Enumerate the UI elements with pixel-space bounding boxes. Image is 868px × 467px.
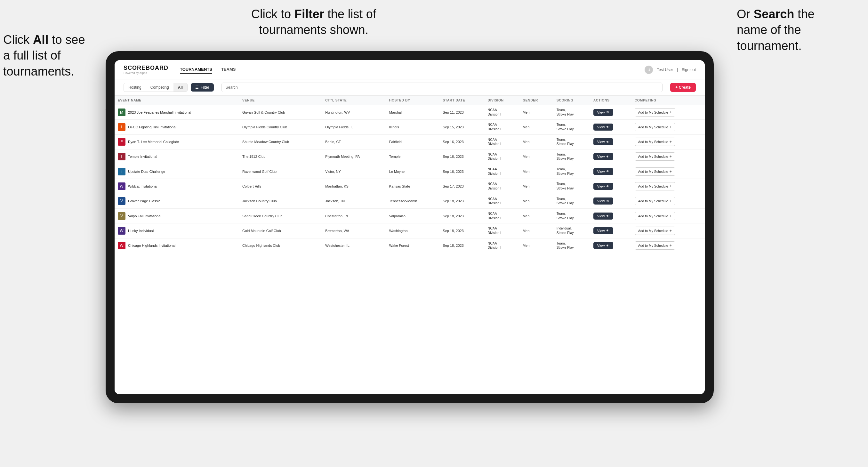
actions-cell: View 👁: [590, 223, 631, 238]
scoring-cell: Team,Stroke Play: [553, 208, 590, 223]
hosted-by-cell: Illinois: [386, 120, 440, 134]
filter-icon-button[interactable]: ☰ Filter: [191, 83, 214, 92]
view-button[interactable]: View 👁: [593, 138, 614, 145]
add-schedule-button[interactable]: Add to My Schedule +: [635, 152, 675, 161]
plus-icon: +: [670, 199, 672, 203]
city-state-cell: Berlin, CT: [322, 134, 386, 149]
view-button[interactable]: View 👁: [593, 197, 614, 205]
actions-cell: View 👁: [590, 164, 631, 179]
hosted-by-cell: Temple: [386, 149, 440, 164]
app-header: SCOREBOARD Powered by clippd TOURNAMENTS…: [115, 60, 705, 80]
city-state-cell: Victor, NY: [322, 164, 386, 179]
hosted-by-cell: Valparaiso: [386, 208, 440, 223]
event-name: Chicago Highlands Invitational: [128, 244, 176, 247]
plus-icon: +: [670, 169, 672, 174]
actions-cell: View 👁: [590, 194, 631, 208]
logo-sub: Powered by clippd: [124, 71, 168, 74]
plus-icon: +: [670, 110, 672, 115]
competing-cell: Add to My Schedule +: [631, 120, 705, 134]
competing-cell: Add to My Schedule +: [631, 179, 705, 194]
gender-cell: Men: [520, 238, 553, 253]
view-button[interactable]: View 👁: [593, 213, 614, 220]
eye-icon: 👁: [606, 199, 610, 203]
col-scoring: SCORING: [553, 96, 590, 105]
event-name-cell: T Temple Invitational: [115, 149, 239, 164]
add-schedule-button[interactable]: Add to My Schedule +: [635, 108, 675, 117]
team-logo: ↑: [118, 168, 125, 176]
view-button[interactable]: View 👁: [593, 153, 614, 160]
add-schedule-button[interactable]: Add to My Schedule +: [635, 241, 675, 250]
competing-cell: Add to My Schedule +: [631, 238, 705, 253]
filter-hosting-btn[interactable]: Hosting: [124, 83, 146, 92]
header-right: U Test User | Sign out: [645, 66, 696, 74]
col-event-name: EVENT NAME: [115, 96, 239, 105]
gender-cell: Men: [520, 134, 553, 149]
actions-cell: View 👁: [590, 105, 631, 120]
city-state-cell: Chesterton, IN: [322, 208, 386, 223]
venue-cell: Olympia Fields Country Club: [239, 120, 322, 134]
add-schedule-button[interactable]: Add to My Schedule +: [635, 227, 675, 235]
nav-tabs: TOURNAMENTS TEAMS: [180, 66, 645, 73]
table-row: F Ryan T. Lee Memorial Collegiate Shuttl…: [115, 134, 705, 149]
city-state-cell: Plymouth Meeting, PA: [322, 149, 386, 164]
eye-icon: 👁: [606, 140, 610, 144]
add-schedule-button[interactable]: Add to My Schedule +: [635, 167, 675, 176]
division-cell: NCAADivision I: [485, 208, 520, 223]
team-logo: W: [118, 227, 125, 235]
view-button[interactable]: View 👁: [593, 109, 614, 116]
scoring-cell: Team,Stroke Play: [553, 149, 590, 164]
tournaments-table: EVENT NAME VENUE CITY, STATE HOSTED BY S…: [115, 96, 705, 253]
start-date-cell: Sep 17, 2023: [439, 179, 484, 194]
table-row: W Wildcat Invitational Colbert Hills Man…: [115, 179, 705, 194]
add-schedule-button[interactable]: Add to My Schedule +: [635, 212, 675, 220]
venue-cell: Shuttle Meadow Country Club: [239, 134, 322, 149]
table-row: M 2023 Joe Feaganes Marshall Invitationa…: [115, 105, 705, 120]
event-name: Husky Individual: [128, 229, 154, 233]
nav-tab-tournaments[interactable]: TOURNAMENTS: [180, 66, 212, 73]
team-logo: W: [118, 242, 125, 249]
col-gender: GENDER: [520, 96, 553, 105]
add-schedule-button[interactable]: Add to My Schedule +: [635, 182, 675, 190]
hosted-by-cell: Fairfield: [386, 134, 440, 149]
scoring-cell: Team,Stroke Play: [553, 164, 590, 179]
team-logo: T: [118, 153, 125, 160]
view-button[interactable]: View 👁: [593, 227, 614, 234]
add-schedule-button[interactable]: Add to My Schedule +: [635, 123, 675, 131]
search-input[interactable]: [221, 83, 663, 92]
create-button[interactable]: + Create: [670, 83, 696, 92]
competing-cell: Add to My Schedule +: [631, 223, 705, 238]
city-state-cell: Olympia Fields, IL: [322, 120, 386, 134]
filter-competing-btn[interactable]: Competing: [146, 83, 174, 92]
view-button[interactable]: View 👁: [593, 124, 614, 131]
event-name-cell: W Chicago Highlands Invitational: [115, 238, 239, 253]
add-schedule-button[interactable]: Add to My Schedule +: [635, 197, 675, 205]
scoring-cell: Team,Stroke Play: [553, 238, 590, 253]
col-competing: COMPETING: [631, 96, 705, 105]
actions-cell: View 👁: [590, 149, 631, 164]
team-logo: I: [118, 123, 125, 131]
add-schedule-button[interactable]: Add to My Schedule +: [635, 137, 675, 146]
event-name: Wildcat Invitational: [128, 184, 157, 188]
start-date-cell: Sep 16, 2023: [439, 149, 484, 164]
city-state-cell: Westchester, IL: [322, 238, 386, 253]
view-button[interactable]: View 👁: [593, 183, 614, 190]
filter-btn-group: Hosting Competing All: [124, 83, 188, 92]
start-date-cell: Sep 15, 2023: [439, 120, 484, 134]
filter-all-btn[interactable]: All: [174, 83, 187, 92]
nav-tab-teams[interactable]: TEAMS: [221, 66, 236, 73]
scoring-cell: Team,Stroke Play: [553, 194, 590, 208]
division-cell: NCAADivision I: [485, 238, 520, 253]
annotation-all: Click All to seea full list oftournament…: [3, 32, 105, 80]
sign-out-link[interactable]: Sign out: [682, 67, 696, 72]
competing-cell: Add to My Schedule +: [631, 208, 705, 223]
col-venue: VENUE: [239, 96, 322, 105]
event-name-cell: V Grover Page Classic: [115, 194, 239, 208]
competing-cell: Add to My Schedule +: [631, 194, 705, 208]
hosted-by-cell: Washington: [386, 223, 440, 238]
table-row: I OFCC Fighting Illini Invitational Olym…: [115, 120, 705, 134]
actions-cell: View 👁: [590, 238, 631, 253]
view-button[interactable]: View 👁: [593, 242, 614, 249]
scoring-cell: Individual,Stroke Play: [553, 223, 590, 238]
separator: |: [677, 67, 678, 72]
view-button[interactable]: View 👁: [593, 168, 614, 175]
